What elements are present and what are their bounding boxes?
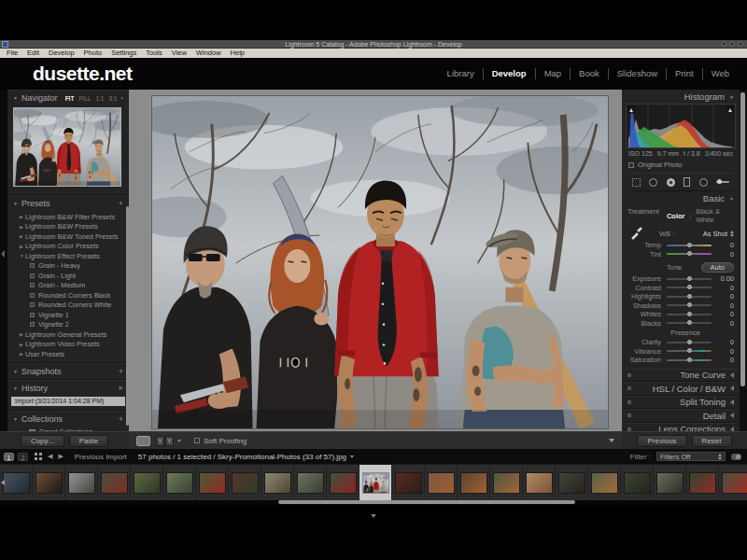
zoom-option[interactable]: FILL bbox=[78, 95, 91, 102]
menu-item[interactable]: Tools bbox=[141, 49, 167, 58]
filmstrip-thumbnail[interactable] bbox=[392, 465, 425, 500]
filmstrip-status[interactable]: 57 photos / 1 selected / Skry-Promotiona… bbox=[138, 453, 354, 461]
history-header[interactable]: ▼ History ✕ bbox=[7, 381, 129, 396]
preset-item[interactable]: Grain - Medium bbox=[7, 281, 129, 291]
zoom-option[interactable]: FIT bbox=[65, 95, 75, 102]
slider-track[interactable] bbox=[667, 296, 712, 298]
histogram-graph[interactable] bbox=[626, 104, 736, 148]
slider-track[interactable] bbox=[667, 322, 712, 324]
preset-item[interactable]: User Presets bbox=[7, 349, 129, 359]
slider-value[interactable]: 0 bbox=[712, 338, 734, 346]
snapshots-header[interactable]: ▼ Snapshots + bbox=[7, 364, 129, 379]
menu-item[interactable]: Window bbox=[191, 49, 226, 58]
second-window-button[interactable]: 2 bbox=[18, 453, 28, 461]
clear-history-icon[interactable]: ✕ bbox=[118, 385, 123, 392]
paste-button[interactable]: Paste bbox=[69, 435, 108, 447]
before-after-left-button[interactable]: Y bbox=[156, 436, 164, 446]
slider-track[interactable] bbox=[667, 287, 712, 288]
filmstrip-scrollbar[interactable] bbox=[0, 500, 747, 505]
panel-solo-switch[interactable] bbox=[627, 400, 631, 404]
preset-item[interactable]: Lightroom General Presets bbox=[7, 329, 129, 340]
slider-value[interactable]: 0 bbox=[712, 356, 734, 364]
main-window-button[interactable]: 1 bbox=[4, 453, 14, 461]
slider-value[interactable]: 0 bbox=[712, 347, 734, 356]
previous-button[interactable]: Previous bbox=[637, 435, 686, 447]
auto-tone-button[interactable]: Auto bbox=[701, 262, 734, 273]
toolbar-options-dropdown-icon[interactable] bbox=[609, 439, 614, 442]
slider-thumb[interactable] bbox=[687, 243, 692, 247]
preset-item[interactable]: Lightroom B&W Filter Presets bbox=[7, 212, 129, 222]
menu-item[interactable]: File bbox=[2, 49, 22, 58]
filmstrip-thumbnail[interactable] bbox=[229, 465, 261, 500]
collections-header[interactable]: ▼ Collections + bbox=[7, 412, 129, 427]
wb-eyedropper-icon[interactable] bbox=[629, 226, 643, 242]
panel-solo-switch[interactable] bbox=[627, 427, 631, 431]
slider-track[interactable] bbox=[667, 342, 712, 343]
preset-item[interactable]: Grain - Heavy bbox=[7, 261, 129, 272]
slider-value[interactable]: 0 bbox=[712, 301, 734, 310]
slider-thumb[interactable] bbox=[687, 294, 692, 299]
filmstrip-thumbnail[interactable] bbox=[686, 465, 719, 500]
create-collection-icon[interactable]: + bbox=[119, 414, 123, 424]
slider-thumb[interactable] bbox=[687, 348, 692, 353]
collapsed-panel-header[interactable]: Tone Curve bbox=[622, 369, 740, 383]
preset-item[interactable]: Grain - Light bbox=[7, 271, 129, 281]
slider-track[interactable] bbox=[667, 245, 712, 246]
slider-value[interactable]: 0 bbox=[712, 310, 734, 318]
go-forward-icon[interactable]: ▶ bbox=[58, 453, 63, 460]
loupe-view-icon[interactable] bbox=[136, 436, 150, 446]
slider-value[interactable]: 0 bbox=[712, 241, 734, 249]
filmstrip-thumbnail[interactable] bbox=[458, 465, 490, 500]
create-preset-icon[interactable]: + bbox=[119, 199, 123, 208]
slider-thumb[interactable] bbox=[687, 276, 692, 281]
filmstrip-scroll-left-icon[interactable] bbox=[1, 480, 5, 485]
preset-item[interactable]: Vignette 1 bbox=[7, 310, 129, 320]
filmstrip-thumbnail[interactable] bbox=[33, 465, 65, 500]
filmstrip-thumbnail[interactable] bbox=[588, 465, 621, 500]
filmstrip-thumbnail[interactable] bbox=[196, 465, 229, 500]
main-photo[interactable] bbox=[151, 95, 609, 429]
zoom-option[interactable]: 3:1 bbox=[108, 95, 117, 102]
slider-thumb[interactable] bbox=[687, 251, 692, 256]
red-eye-correction-icon[interactable] bbox=[667, 178, 675, 187]
original-photo-checkbox[interactable] bbox=[628, 162, 634, 168]
module-tab[interactable]: Book bbox=[570, 68, 608, 79]
filmstrip-thumbnail[interactable] bbox=[294, 465, 327, 500]
slider-track[interactable] bbox=[667, 304, 712, 306]
filmstrip-thumbnail[interactable] bbox=[359, 465, 392, 500]
zoom-caret-icon[interactable]: ▾ bbox=[120, 95, 123, 101]
slider-track[interactable] bbox=[667, 350, 712, 352]
graduated-filter-icon[interactable] bbox=[684, 177, 690, 187]
shadow-clipping-icon[interactable] bbox=[627, 105, 635, 113]
preset-item[interactable]: Vignette 2 bbox=[7, 320, 129, 330]
reset-button[interactable]: Reset bbox=[692, 435, 732, 447]
panel-solo-switch[interactable] bbox=[627, 373, 631, 377]
collection-item[interactable]: ▸ Smart Collections bbox=[7, 427, 129, 432]
filmstrip-thumbnail[interactable] bbox=[327, 465, 359, 500]
treatment-color-option[interactable]: Color bbox=[667, 212, 685, 220]
create-snapshot-icon[interactable]: + bbox=[119, 367, 123, 376]
treatment-bw-option[interactable]: Black & White bbox=[696, 207, 734, 224]
slider-track[interactable] bbox=[667, 359, 712, 361]
crop-overlay-icon[interactable] bbox=[632, 178, 641, 187]
zoom-option[interactable]: 1:1 bbox=[95, 95, 104, 102]
filmstrip-thumbnail[interactable] bbox=[261, 465, 294, 500]
before-after-right-button[interactable]: Y bbox=[165, 436, 174, 446]
slider-track[interactable] bbox=[667, 278, 712, 280]
panel-solo-switch[interactable] bbox=[627, 386, 631, 390]
adjustment-brush-icon[interactable] bbox=[716, 177, 729, 187]
slider-track[interactable] bbox=[667, 253, 712, 255]
slider-value[interactable]: 0 bbox=[712, 284, 734, 292]
soft-proofing-checkbox[interactable] bbox=[194, 438, 200, 443]
collapsed-panel-header[interactable]: Detail bbox=[622, 409, 740, 423]
basic-panel-header[interactable]: Basic ▼ bbox=[622, 191, 740, 205]
preset-item[interactable]: Lightroom Color Presets bbox=[7, 242, 129, 252]
menu-item[interactable]: Help bbox=[226, 49, 249, 58]
filmstrip-thumbnail[interactable] bbox=[131, 465, 163, 500]
grid-view-icon[interactable] bbox=[35, 453, 42, 460]
menu-item[interactable]: Photo bbox=[79, 49, 107, 58]
filter-toggle-switch[interactable] bbox=[731, 454, 741, 460]
menu-item[interactable]: Develop bbox=[44, 49, 79, 58]
collapsed-panel-header[interactable]: Split Toning bbox=[622, 396, 740, 410]
slider-track[interactable] bbox=[667, 314, 712, 315]
